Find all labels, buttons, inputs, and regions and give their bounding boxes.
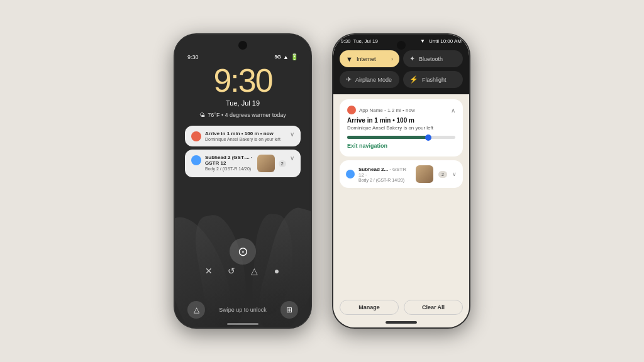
np-tile-internet[interactable]: ▼ Internet › bbox=[340, 50, 399, 67]
np-notif2-thumb bbox=[416, 165, 433, 183]
lockscreen-notifications: Arrive in 1 min • 100 m • now Dominique … bbox=[185, 126, 301, 177]
np-tile-flashlight[interactable]: ⚡ Flashlight bbox=[403, 71, 463, 88]
ls-notif-subhead-chevron: ∨ bbox=[290, 155, 294, 162]
np-time: 9:30 bbox=[341, 38, 351, 44]
ls-notif-nav-body: Dominique Ansel Bakery is on your left bbox=[205, 137, 286, 141]
np-nav-app-icon bbox=[347, 106, 356, 114]
ls-swipe-label: Swipe up to unlock bbox=[219, 307, 267, 313]
np-home-indicator bbox=[386, 321, 417, 324]
np-progress-fill bbox=[347, 136, 428, 139]
np-airplane-label: Airplane Mode bbox=[355, 77, 393, 83]
ls-icon-home: △ bbox=[248, 265, 260, 277]
fingerprint-icon: ⊙ bbox=[238, 244, 248, 259]
ls-time-small: 9:30 bbox=[187, 54, 199, 60]
np-manage-button[interactable]: Manage bbox=[340, 300, 399, 315]
np-airplane-icon: ✈ bbox=[346, 75, 352, 84]
np-clear-all-button[interactable]: Clear All bbox=[404, 300, 463, 315]
np-notif-nav-title: Arrive in 1 min • 100 m bbox=[347, 117, 455, 124]
ls-notif-subhead[interactable]: Subhead 2 (GST-... · GSTR 12 Body 2 / (G… bbox=[185, 150, 301, 177]
np-tile-bluetooth[interactable]: ✦ Bluetooth bbox=[403, 50, 463, 67]
lockscreen-statusbar: 9:30 5G ▲ 🔋 bbox=[185, 53, 301, 60]
ls-bottom-bar: △ Swipe up to unlock ⊞ bbox=[175, 301, 311, 319]
np-notif2-chevron: ∨ bbox=[452, 171, 457, 177]
ls-home-button[interactable]: △ bbox=[187, 301, 205, 319]
np-notif-nav-card[interactable]: App Name • 1.2 mi • now ∧ Arrive in 1 mi… bbox=[340, 99, 463, 156]
lockscreen-date: Tue, Jul 19 bbox=[226, 99, 260, 107]
ls-home-indicator bbox=[227, 323, 258, 325]
np-notif2-title: Subhead 2... · GSTR 12 · bbox=[358, 167, 412, 178]
ls-notif-subhead-icon bbox=[191, 155, 201, 165]
ls-notif-nav-title: Arrive in 1 min • 100 m • now bbox=[205, 131, 286, 136]
np-status-icons: ▼ Until 10:00 AM bbox=[420, 38, 462, 44]
notification-panel: 9:30 Tue, Jul 19 ▼ Until 10:00 AM ▼ Inte… bbox=[333, 35, 469, 327]
fingerprint-button[interactable]: ⊙ bbox=[230, 238, 256, 265]
weather-text: 76°F • 4 degrees warmer today bbox=[208, 112, 286, 118]
ls-notif-subhead-title: Subhead 2 (GST-... · GSTR 12 bbox=[205, 155, 253, 166]
ls-quick-icons-bar: ✕ ↺ △ ● bbox=[175, 265, 311, 277]
np-bluetooth-label: Bluetooth bbox=[419, 56, 457, 62]
notification-panel-phone: 9:30 Tue, Jul 19 ▼ Until 10:00 AM ▼ Inte… bbox=[332, 33, 470, 329]
ls-notif-nav-chevron: ∨ bbox=[290, 131, 294, 138]
ls-notif-nav-text: Arrive in 1 min • 100 m • now Dominique … bbox=[205, 131, 286, 141]
np-progress-bar bbox=[347, 136, 455, 139]
ls-notif-thumb bbox=[257, 155, 275, 172]
np-nav-app-name: App Name • 1.2 mi • now bbox=[359, 107, 448, 113]
np-notif2-icon bbox=[346, 170, 355, 178]
np-progress-dot bbox=[425, 134, 431, 141]
ls-icon-cancel: ✕ bbox=[203, 265, 215, 277]
np-internet-label: Internet bbox=[357, 56, 387, 62]
signal-icon: ▲ bbox=[283, 54, 289, 60]
np-flashlight-icon: ⚡ bbox=[409, 75, 418, 84]
ls-status-icons: 5G ▲ 🔋 bbox=[274, 53, 298, 60]
ls-notif-nav[interactable]: Arrive in 1 min • 100 m • now Dominique … bbox=[185, 126, 301, 146]
lockscreen-clock: 9:30 bbox=[213, 64, 272, 97]
recents-icon: ⊞ bbox=[286, 305, 292, 314]
weather-icon: 🌤 bbox=[199, 112, 205, 118]
np-bluetooth-icon: ✦ bbox=[409, 55, 415, 63]
np-notif-nav-header: App Name • 1.2 mi • now ∧ bbox=[347, 106, 455, 114]
np-internet-chevron: › bbox=[391, 56, 393, 62]
np-tile-airplane[interactable]: ✈ Airplane Mode bbox=[340, 71, 399, 88]
np-exit-nav-button[interactable]: Exit navigation bbox=[347, 143, 455, 149]
np-notif-nav-body: Dominique Ansel Bakery is on your left bbox=[347, 125, 455, 131]
ls-icon-more: ● bbox=[270, 265, 283, 277]
np-notifications-area: App Name • 1.2 mi • now ∧ Arrive in 1 mi… bbox=[333, 94, 469, 300]
np-notif2-badge: 2 bbox=[438, 171, 447, 178]
battery-icon: 🔋 bbox=[291, 53, 298, 60]
ls-notif-nav-icon bbox=[191, 131, 201, 141]
np-notif-nav-collapse[interactable]: ∧ bbox=[451, 107, 455, 114]
ls-notif-subhead-text: Subhead 2 (GST-... · GSTR 12 Body 2 / (G… bbox=[205, 155, 253, 171]
np-wifi-icon: ▼ bbox=[420, 38, 425, 44]
ls-icon-refresh: ↺ bbox=[225, 265, 238, 277]
np-notif2-body: Body 2 / (GST-R 14/20) bbox=[358, 178, 412, 182]
ls-network: 5G bbox=[274, 54, 281, 60]
np-notif-subhead-card[interactable]: Subhead 2... · GSTR 12 · Body 2 / (GST-R… bbox=[340, 160, 463, 188]
np-internet-icon: ▼ bbox=[346, 55, 353, 63]
lockscreen-content: 9:30 5G ▲ 🔋 9:30 Tue, Jul 19 🌤 76°F • 4 … bbox=[175, 35, 311, 177]
ls-notif-subhead-body: Body 2 / (GST-R 14/20) bbox=[205, 167, 253, 171]
np-date: Tue, Jul 19 bbox=[353, 38, 378, 44]
np-notif2-text: Subhead 2... · GSTR 12 · Body 2 / (GST-R… bbox=[358, 167, 412, 182]
home-icon: △ bbox=[194, 305, 199, 314]
np-until-label: Until 10:00 AM bbox=[429, 38, 462, 44]
np-statusbar: 9:30 Tue, Jul 19 ▼ Until 10:00 AM bbox=[333, 35, 469, 47]
np-quick-tiles: ▼ Internet › ✦ Bluetooth ✈ Airplane Mode… bbox=[333, 47, 469, 94]
lockscreen-screen: 9:30 5G ▲ 🔋 9:30 Tue, Jul 19 🌤 76°F • 4 … bbox=[175, 35, 311, 327]
np-bottom-buttons: Manage Clear All bbox=[333, 300, 469, 321]
lockscreen-phone: 9:30 5G ▲ 🔋 9:30 Tue, Jul 19 🌤 76°F • 4 … bbox=[174, 33, 312, 329]
ls-notif-badge: 2 bbox=[279, 160, 286, 167]
np-flashlight-label: Flashlight bbox=[422, 77, 457, 83]
lockscreen-weather: 🌤 76°F • 4 degrees warmer today bbox=[199, 112, 286, 118]
ls-recents-button[interactable]: ⊞ bbox=[280, 301, 298, 319]
